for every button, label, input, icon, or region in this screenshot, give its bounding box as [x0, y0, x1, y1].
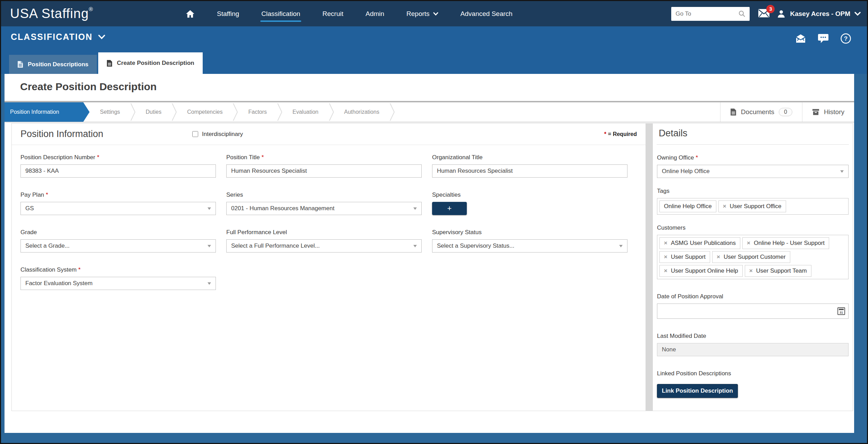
primary-nav: Staffing Classification Recruit Admin Re…: [175, 1, 524, 26]
step-duties[interactable]: Duties: [135, 102, 172, 122]
chip-label: Online Help Office: [664, 203, 712, 210]
field-organizational-title: Organizational Title: [432, 154, 627, 178]
grade-select[interactable]: Select a Grade...: [20, 239, 216, 253]
field-classification-system: Classification System* Factor Evaluation…: [20, 266, 216, 290]
nav-item-advanced-search[interactable]: Advanced Search: [449, 1, 524, 26]
field-label: Customers: [657, 224, 849, 231]
select-value: GS: [25, 205, 34, 212]
chip-label: ASMG User Publications: [671, 240, 736, 247]
organizational-title-input[interactable]: [432, 164, 627, 178]
customer-chip: ×User Support Team: [745, 265, 811, 277]
step-label: Factors: [248, 109, 267, 115]
customer-chip: ×User Support Customer: [712, 251, 790, 263]
field-label: Last Modified Date: [657, 333, 849, 340]
history-button[interactable]: History: [802, 102, 854, 122]
documents-count-badge: 0: [779, 108, 792, 116]
remove-chip-icon[interactable]: ×: [664, 240, 667, 247]
step-label: Competencies: [187, 109, 222, 115]
date-approval-group: 31: [657, 304, 849, 319]
chat-feedback-icon[interactable]: [818, 34, 829, 43]
calendar-icon[interactable]: 31: [837, 307, 845, 315]
field-label: Owning Office*: [657, 154, 849, 161]
nav-item-reports[interactable]: Reports: [395, 1, 449, 26]
nav-item-classification[interactable]: Classification: [250, 1, 311, 26]
field-position-title: Position Title*: [226, 154, 422, 178]
field-grade: Grade Select a Grade...: [20, 229, 216, 253]
customer-chip: ×ASMG User Publications: [659, 237, 740, 249]
usa-staffing-logo[interactable]: USA Staffing®: [10, 6, 93, 21]
tags-input[interactable]: Online Help Office ×User Support Office: [657, 198, 849, 215]
chevron-down-icon: [854, 12, 861, 16]
classification-system-select[interactable]: Factor Evaluation System: [20, 277, 216, 290]
notifications-mail-button[interactable]: 3: [758, 9, 770, 19]
date-of-position-approval-input[interactable]: [657, 304, 849, 319]
step-separator-icon: [390, 102, 395, 122]
form-grid: Position Description Number* Position Ti…: [12, 145, 646, 299]
step-authorizations[interactable]: Authorizations: [334, 102, 390, 122]
interdisciplinary-group: Interdisciplinary: [192, 131, 243, 138]
add-specialty-button[interactable]: +: [432, 202, 467, 215]
application-window: USA Staffing® Staffing Classification Re…: [0, 0, 868, 444]
field-supervisory-status: Supervisory Status Select a Supervisory …: [432, 229, 627, 253]
user-name: Kasey Acres - OPM: [790, 10, 850, 18]
nav-item-recruit[interactable]: Recruit: [311, 1, 354, 26]
nav-item-admin[interactable]: Admin: [354, 1, 395, 26]
select-value: Factor Evaluation System: [25, 280, 93, 287]
nav-label: Recruit: [322, 10, 343, 21]
step-label: Settings: [100, 109, 120, 115]
supervisory-status-select[interactable]: Select a Supervisory Status...: [432, 239, 627, 253]
field-last-modified-date: Last Modified Date None: [657, 333, 849, 356]
position-information-panel: Position Information Interdisciplinary *…: [11, 123, 646, 411]
nav-item-staffing[interactable]: Staffing: [206, 1, 250, 26]
documents-button[interactable]: Documents 0: [720, 102, 802, 122]
interdisciplinary-checkbox[interactable]: [192, 131, 198, 137]
remove-chip-icon[interactable]: ×: [717, 254, 720, 261]
form-header: Position Information Interdisciplinary *…: [12, 123, 646, 145]
home-nav-item[interactable]: [175, 1, 206, 26]
mail-inbox-icon[interactable]: [795, 34, 806, 43]
customers-input[interactable]: ×ASMG User Publications ×Online Help - U…: [657, 235, 849, 279]
goto-search-input[interactable]: [675, 10, 739, 17]
owning-office-select[interactable]: Online Help Office: [657, 165, 849, 178]
step-separator-icon: [130, 102, 135, 122]
select-caret-icon: [840, 170, 844, 173]
module-title-dropdown[interactable]: CLASSIFICATION: [11, 32, 105, 42]
position-title-input[interactable]: [226, 164, 422, 178]
full-performance-level-select[interactable]: Select a Full Performance Level...: [226, 239, 422, 253]
tab-create-position-description[interactable]: Create Position Description: [98, 52, 203, 74]
tab-position-descriptions[interactable]: Position Descriptions: [9, 55, 97, 74]
tag-chip: Online Help Office: [659, 200, 716, 212]
remove-chip-icon[interactable]: ×: [747, 240, 750, 247]
field-label: Supervisory Status: [432, 229, 627, 236]
help-icon[interactable]: ?: [841, 33, 851, 44]
select-value: 0201 - Human Resources Management: [231, 205, 335, 212]
remove-chip-icon[interactable]: ×: [723, 203, 726, 210]
remove-chip-icon[interactable]: ×: [664, 254, 667, 261]
position-description-number-input[interactable]: [20, 164, 216, 178]
step-factors[interactable]: Factors: [238, 102, 277, 122]
search-icon: [739, 10, 745, 17]
chip-label: Online Help - User Support: [754, 240, 825, 247]
chip-label: User Support: [671, 254, 706, 261]
pay-plan-select[interactable]: GS: [20, 202, 216, 215]
field-label: Linked Position Descriptions: [657, 370, 849, 377]
select-value: Select a Supervisory Status...: [437, 242, 514, 249]
remove-chip-icon[interactable]: ×: [664, 267, 667, 274]
module-title: CLASSIFICATION: [11, 32, 93, 42]
nav-label: Admin: [365, 10, 384, 21]
customer-chip: ×User Support Online Help: [659, 265, 743, 277]
tab-label: Create Position Description: [117, 60, 194, 67]
select-caret-icon: [208, 282, 211, 285]
link-position-description-button[interactable]: Link Position Description: [657, 384, 738, 398]
customer-chip: ×User Support: [659, 251, 710, 263]
topbar-right-group: 3 Kasey Acres - OPM: [671, 1, 861, 26]
remove-chip-icon[interactable]: ×: [749, 267, 753, 274]
step-settings[interactable]: Settings: [90, 102, 130, 122]
panel-divider: [646, 123, 652, 411]
series-select[interactable]: 0201 - Human Resources Management: [226, 202, 422, 215]
select-value: Online Help Office: [662, 168, 710, 175]
step-evaluation[interactable]: Evaluation: [282, 102, 329, 122]
step-position-information[interactable]: Position Information: [5, 102, 90, 122]
user-account-menu[interactable]: Kasey Acres - OPM: [777, 9, 861, 18]
step-competencies[interactable]: Competencies: [177, 102, 233, 122]
